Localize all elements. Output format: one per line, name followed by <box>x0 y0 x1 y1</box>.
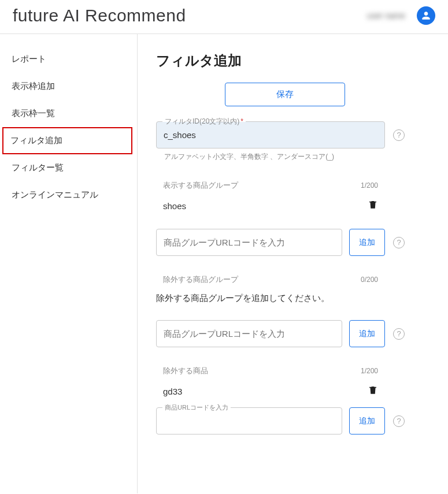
display-group-add-wrap: 追加 ? <box>156 229 436 256</box>
trash-icon[interactable] <box>368 199 378 213</box>
exclude-group-add-wrap: 追加 ? <box>156 320 436 347</box>
display-group-item: shoes <box>163 201 186 211</box>
exclude-group-count: 0/200 <box>361 276 378 284</box>
sidebar-item-manual[interactable]: オンラインマニュアル <box>0 181 137 209</box>
help-icon[interactable]: ? <box>393 129 405 141</box>
exclude-product-header: 除外する商品 1/200 <box>156 366 385 376</box>
app-header: future AI Recommend user name <box>0 0 448 34</box>
display-group-add-button[interactable]: 追加 <box>349 229 385 256</box>
person-icon <box>420 10 432 21</box>
exclude-group-input[interactable] <box>157 321 342 347</box>
exclude-product-input-wrap: 商品URLコードを入力 <box>156 407 342 434</box>
display-group-input[interactable] <box>157 229 342 255</box>
exclude-product-item-row: gd33 <box>156 382 385 404</box>
filter-id-row: フィルタID(20文字以内)* ? <box>156 121 436 148</box>
user-name: user name <box>367 11 405 20</box>
delete-icon <box>368 199 378 210</box>
display-group-header: 表示する商品グループ 1/200 <box>156 180 385 191</box>
exclude-group-section: 除外する商品グループ 0/200 除外する商品グループを追加してください。 追加… <box>156 274 436 347</box>
exclude-product-label: 除外する商品 <box>163 366 208 376</box>
display-group-count: 1/200 <box>361 181 378 190</box>
sidebar-item-filter-add[interactable]: フィルタ追加 <box>2 127 132 154</box>
help-icon[interactable]: ? <box>393 328 405 340</box>
exclude-product-item: gd33 <box>163 387 182 396</box>
filter-id-helper: アルファベット小文字、半角数字 、アンダースコア(_) <box>164 152 436 162</box>
page-title: フィルタ追加 <box>156 51 436 70</box>
exclude-group-empty: 除外する商品グループを追加してください。 <box>156 291 436 310</box>
filter-id-field-wrap: フィルタID(20文字以内)* <box>156 121 385 148</box>
save-button[interactable]: 保存 <box>225 83 345 106</box>
display-group-add-row: 追加 <box>156 229 385 256</box>
header-right: user name <box>367 6 435 25</box>
exclude-product-add-button[interactable]: 追加 <box>349 407 385 434</box>
delete-icon <box>368 384 378 396</box>
trash-icon[interactable] <box>368 384 378 398</box>
exclude-group-input-wrap <box>156 320 342 347</box>
exclude-product-section: 除外する商品 1/200 gd33 商品URLコードを入力 追加 ? <box>156 366 436 434</box>
exclude-product-add-wrap: 商品URLコードを入力 追加 ? <box>156 407 436 434</box>
main-content: フィルタ追加 保存 フィルタID(20文字以内)* ? アルファベット小文字、半… <box>138 34 448 493</box>
help-icon[interactable]: ? <box>393 415 405 427</box>
exclude-group-header: 除外する商品グループ 0/200 <box>156 274 385 285</box>
display-group-item-row: shoes <box>156 196 385 218</box>
avatar-icon[interactable] <box>417 6 435 25</box>
sidebar-item-report[interactable]: レポート <box>0 46 137 73</box>
exclude-product-count: 1/200 <box>361 367 378 375</box>
exclude-group-add-row: 追加 <box>156 320 385 347</box>
display-group-label: 表示する商品グループ <box>163 180 238 191</box>
exclude-group-add-button[interactable]: 追加 <box>349 320 385 347</box>
sidebar-item-frame-list[interactable]: 表示枠一覧 <box>0 100 137 127</box>
save-row: 保存 <box>156 83 436 106</box>
filter-id-label: フィルタID(20文字以内)* <box>162 117 246 127</box>
exclude-product-add-row: 商品URLコードを入力 追加 <box>156 407 385 434</box>
help-icon[interactable]: ? <box>393 237 405 248</box>
body: レポート 表示枠追加 表示枠一覧 フィルタ追加 フィルター覧 オンラインマニュア… <box>0 34 448 493</box>
display-group-input-wrap <box>156 229 342 256</box>
display-group-section: 表示する商品グループ 1/200 shoes 追加 ? <box>156 180 436 256</box>
exclude-product-input-legend: 商品URLコードを入力 <box>162 403 231 412</box>
app-logo: future AI Recommend <box>13 6 186 25</box>
sidebar: レポート 表示枠追加 表示枠一覧 フィルタ追加 フィルター覧 オンラインマニュア… <box>0 34 138 493</box>
exclude-group-label: 除外する商品グループ <box>163 274 238 285</box>
sidebar-item-filter-list[interactable]: フィルター覧 <box>0 154 137 181</box>
sidebar-item-frame-add[interactable]: 表示枠追加 <box>0 73 137 100</box>
